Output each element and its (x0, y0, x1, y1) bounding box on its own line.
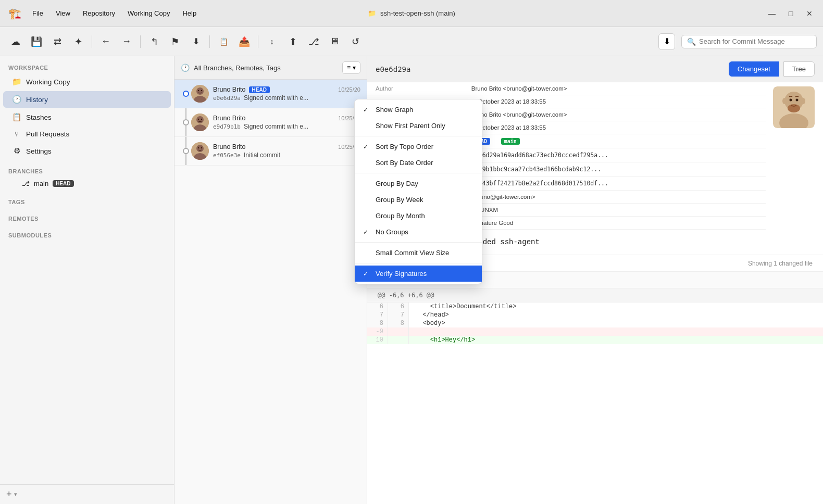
tab-changeset[interactable]: Changeset (729, 61, 779, 77)
toolbar-swap-btn[interactable]: ⇄ (48, 32, 67, 51)
toolbar-diff-btn[interactable]: ↕ (263, 32, 281, 51)
diff-line-3: -9 (367, 327, 823, 336)
check-verify-sig: ✓ (363, 270, 371, 278)
commit-item-0[interactable]: Bruno Brito HEAD 10/25/20 e0e6d29a Signe… (174, 80, 367, 108)
dropdown-verify-sig[interactable]: ✓ Verify Signatures (355, 266, 482, 282)
toolbar-cloud-btn[interactable]: ☁ (6, 32, 25, 51)
detail-avatar-svg (773, 86, 815, 128)
sidebar-bottom: + ▾ (0, 484, 174, 504)
window-icon: 📁 (368, 9, 376, 17)
sidebar-item-stashes[interactable]: 📋 Stashes (3, 109, 171, 125)
toolbar-terminal-btn[interactable]: 🖥 (325, 32, 344, 51)
sidebar-stashes-label: Stashes (26, 114, 163, 121)
toolbar-save-btn[interactable]: 💾 (27, 32, 46, 51)
diff-line-num-old-0: 6 (367, 303, 388, 311)
commit-author-0: Bruno Brito (213, 86, 246, 93)
toolbar-sep-1 (92, 35, 92, 48)
toolbar-flag-btn[interactable]: ⚑ (166, 32, 184, 51)
toolbar-star-btn[interactable]: ✦ (69, 32, 88, 51)
svg-point-20 (788, 104, 800, 112)
commit-item-2[interactable]: Bruno Brito 10/25/20 ef056e3e Initial co… (174, 137, 367, 166)
toolbar-merge-btn[interactable]: ⎇ (304, 32, 323, 51)
sidebar-branch-main[interactable]: ⎇ main HEAD (3, 177, 171, 190)
detail-badge-main: main (501, 138, 520, 145)
dropdown-group-week-label: Group By Week (376, 196, 423, 204)
commit-avatar-2 (191, 142, 209, 160)
toolbar-checkout-btn[interactable]: ↰ (145, 32, 164, 51)
dropdown-no-groups-label: No Groups (376, 228, 408, 236)
menu-view[interactable]: View (51, 7, 76, 19)
filter-button[interactable]: ≡ ▾ (342, 61, 360, 74)
dropdown-group-day[interactable]: Group By Day (355, 175, 482, 192)
dropdown-group-week[interactable]: Group By Week (355, 192, 482, 208)
check-no-groups: ✓ (363, 229, 371, 236)
remotes-label: Remotes (0, 207, 174, 224)
meta-val-signature: Signature Good (463, 217, 766, 230)
diff-line-code-0: <title>Document</title> (409, 303, 823, 311)
toolbar-stash-btn[interactable]: ⬇ (186, 32, 205, 51)
add-button[interactable]: + (6, 489, 12, 500)
dropdown-sort-date[interactable]: Sort By Date Order (355, 155, 482, 171)
maximize-button[interactable]: □ (783, 6, 798, 21)
dropdown-sort-topo[interactable]: ✓ Sort By Topo Order (355, 138, 482, 155)
dropdown-verify-sig-label: Verify Signatures (376, 270, 427, 278)
dropdown-group-month-label: Group By Month (376, 212, 425, 220)
search-input[interactable] (699, 37, 811, 45)
branches-label: Branches (0, 160, 174, 177)
diff-line-code-2: <body> (409, 319, 823, 327)
download-button[interactable]: ⬇ (658, 33, 675, 50)
title-bar: 🏗️ File View Repository Working Copy Hel… (0, 0, 823, 27)
commit-msg-2: Initial commit (244, 152, 280, 159)
svg-point-6 (196, 116, 204, 123)
sidebar-history-label: History (26, 96, 163, 104)
commit-item-1[interactable]: Bruno Brito 10/25/20 e9d79b1b Signed com… (174, 108, 367, 137)
branch-selector[interactable]: All Branches, Remotes, Tags (194, 64, 338, 72)
commit-info-0: Bruno Brito HEAD 10/25/20 e0e6d29a Signe… (213, 86, 360, 102)
commit-msg-1: Signed commit with e... (244, 123, 308, 130)
menu-file[interactable]: File (27, 7, 48, 19)
toolbar-forward-btn[interactable]: → (117, 32, 136, 51)
menu-working-copy[interactable]: Working Copy (122, 7, 175, 19)
commit-hash-0: e0e6d29a (213, 95, 241, 102)
svg-point-19 (796, 99, 799, 102)
add-chevron-icon[interactable]: ▾ (14, 491, 17, 498)
filter-icon: ≡ (347, 64, 351, 71)
commit-info-1: Bruno Brito 10/25/20 e9d79b1b Signed com… (213, 115, 360, 130)
app-icon: 🏗️ (6, 5, 23, 22)
diff-line-num-old-4: 10 (367, 336, 388, 344)
commit-dot-2 (183, 148, 189, 154)
dropdown-no-groups[interactable]: ✓ No Groups (355, 224, 482, 240)
meta-val-author-date: 5. October 2023 at 18:33:55 (463, 95, 766, 108)
dropdown-group-month[interactable]: Group By Month (355, 208, 482, 224)
dropdown-small-commit[interactable]: Small Commit View Size (355, 245, 482, 261)
search-box[interactable]: 🔍 (681, 35, 817, 48)
commit-date-0: 10/25/20 (338, 86, 360, 93)
diff-line-1: 7 7 </head> (367, 311, 823, 319)
minimize-button[interactable]: — (765, 6, 779, 21)
sidebar-item-working-copy[interactable]: 📁 Working Copy (3, 73, 171, 90)
diff-line-num-new-0: 6 (388, 303, 409, 311)
sidebar-item-history[interactable]: 🕐 History (3, 91, 171, 108)
toolbar-sep-3 (209, 35, 210, 48)
close-button[interactable]: ✕ (802, 6, 817, 21)
commit-hash-1: e9d79b1b (213, 123, 241, 130)
toolbar-fetch-btn[interactable]: 📋 (214, 32, 233, 51)
commit-hash-2: ef056e3e (213, 152, 241, 159)
svg-point-22 (801, 98, 805, 104)
toolbar-back-btn[interactable]: ← (96, 32, 115, 51)
sidebar-item-settings[interactable]: ⚙ Settings (3, 143, 171, 159)
commit-info-2: Bruno Brito 10/25/20 ef056e3e Initial co… (213, 143, 360, 159)
toolbar-branch-btn[interactable]: ⬆ (283, 32, 302, 51)
sidebar-item-pull-requests[interactable]: ⑂ Pull Requests (3, 127, 171, 142)
menu-repository[interactable]: Repository (78, 7, 120, 19)
toolbar-push-btn[interactable]: 📤 (235, 32, 254, 51)
diff-line-code-1: </head> (409, 311, 823, 319)
dropdown-show-graph[interactable]: ✓ Show Graph (355, 102, 482, 118)
diff-header: @@ -6,6 +6,6 @@ (367, 288, 823, 303)
menu-help[interactable]: Help (177, 7, 202, 19)
toolbar-refresh-btn[interactable]: ↺ (346, 32, 365, 51)
commit-dot-1 (183, 119, 189, 125)
dropdown-show-first-parent[interactable]: Show First Parent Only (355, 118, 482, 134)
meta-val-sha1: e0e6d29a169add68ac73ecb70cccedf295a... (463, 148, 766, 162)
tab-tree[interactable]: Tree (783, 61, 815, 77)
